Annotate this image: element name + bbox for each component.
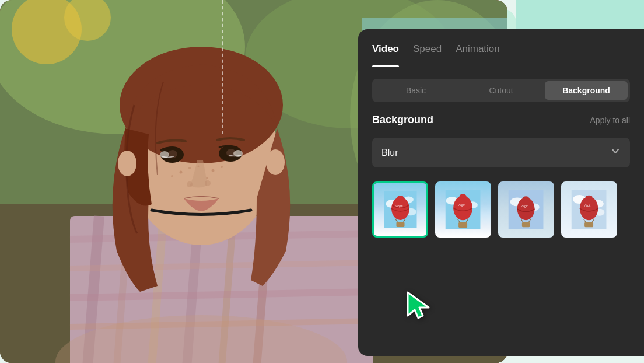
- tab-speed[interactable]: Speed: [413, 43, 442, 60]
- svg-point-65: [523, 197, 529, 200]
- svg-point-33: [212, 169, 215, 172]
- svg-rect-78: [585, 222, 594, 227]
- thumbnail-2[interactable]: Virgin: [435, 182, 491, 238]
- main-tabs: Video Speed Animation: [372, 43, 630, 67]
- svg-text:Virgin: Virgin: [458, 204, 466, 207]
- svg-marker-79: [408, 292, 429, 318]
- blur-dropdown[interactable]: Blur: [372, 138, 630, 167]
- cursor-arrow: [405, 290, 435, 319]
- apply-all-button[interactable]: Apply to all: [590, 116, 630, 125]
- thumbnail-4[interactable]: Virgin: [561, 182, 617, 238]
- svg-point-73: [580, 197, 598, 220]
- svg-point-36: [171, 175, 173, 177]
- dashed-line: [222, 0, 223, 134]
- svg-point-38: [118, 151, 136, 176]
- svg-point-29: [187, 182, 192, 187]
- thumbnail-3[interactable]: Virgin: [498, 182, 554, 238]
- tab-animation[interactable]: Animation: [456, 43, 500, 60]
- svg-point-34: [220, 166, 223, 168]
- thumbnails-grid: Virgin: [372, 182, 630, 238]
- svg-text:Virgin: Virgin: [584, 204, 592, 208]
- section-header: Background Apply to all: [372, 114, 630, 126]
- svg-text:Virgin: Virgin: [521, 204, 528, 208]
- app-container: Video Speed Animation Basic Cutout Backg…: [0, 0, 644, 363]
- sub-tab-cutout[interactable]: Cutout: [460, 81, 542, 100]
- panel: Video Speed Animation Basic Cutout Backg…: [358, 29, 644, 356]
- svg-rect-50: [396, 222, 404, 226]
- svg-point-32: [188, 167, 191, 169]
- dropdown-value: Blur: [382, 148, 398, 158]
- svg-point-75: [586, 196, 593, 199]
- svg-point-30: [205, 180, 211, 186]
- svg-rect-68: [522, 222, 530, 227]
- section-title: Background: [372, 114, 433, 126]
- svg-point-31: [180, 171, 183, 174]
- svg-point-45: [391, 197, 410, 219]
- tab-video[interactable]: Video: [372, 43, 399, 60]
- svg-point-39: [266, 149, 285, 175]
- svg-point-47: [397, 196, 403, 200]
- sub-tabs: Basic Cutout Background: [372, 79, 630, 102]
- thumbnail-1[interactable]: Virgin: [372, 182, 428, 238]
- sub-tab-background[interactable]: Background: [545, 81, 628, 100]
- chevron-down-icon: [610, 146, 621, 159]
- svg-point-35: [206, 177, 208, 179]
- sub-tab-basic[interactable]: Basic: [374, 81, 457, 100]
- svg-rect-59: [459, 222, 468, 228]
- svg-point-56: [460, 194, 467, 198]
- svg-point-37: [198, 166, 200, 167]
- svg-point-63: [517, 198, 535, 221]
- svg-point-54: [454, 196, 473, 221]
